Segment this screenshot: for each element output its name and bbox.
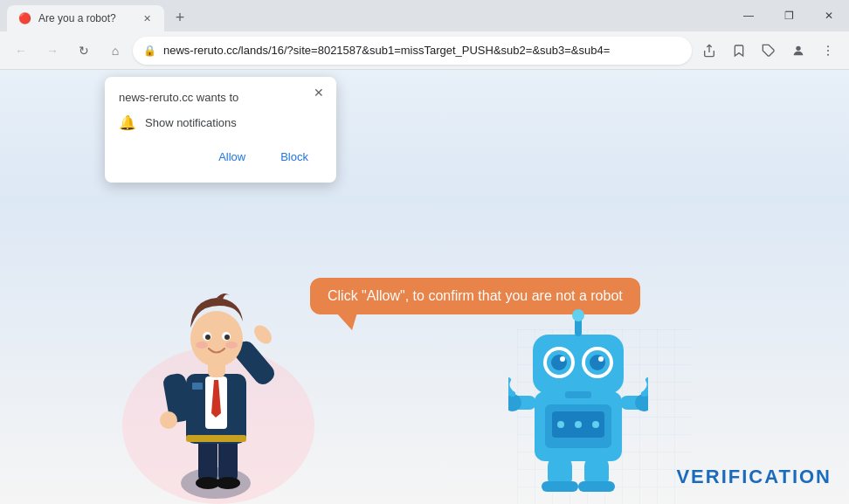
svg-point-4 [827,53,829,55]
svg-point-18 [190,311,243,367]
maximize-button[interactable]: ❐ [769,0,809,31]
svg-rect-53 [578,481,615,492]
notification-label: Show notifications [145,116,237,129]
svg-point-9 [216,477,240,489]
svg-point-36 [572,309,584,321]
svg-point-44 [598,356,604,362]
svg-point-42 [590,355,605,370]
robot-figure [508,308,648,495]
verification-text: VERIFICATION [676,466,832,488]
tab-close-button[interactable]: ✕ [140,11,154,25]
svg-point-33 [592,421,599,428]
svg-point-43 [560,356,565,362]
svg-point-31 [557,421,564,428]
share-button[interactable] [695,37,723,65]
person-figure [153,273,280,504]
svg-point-21 [205,335,211,340]
svg-point-2 [827,45,829,47]
menu-button[interactable] [814,37,842,65]
svg-point-1 [796,45,800,50]
url-text: news-reruto.cc/lands/16/?site=8021587&su… [163,44,681,57]
svg-rect-52 [542,481,578,492]
window-controls: — ❐ ✕ [728,0,849,31]
bell-icon: 🔔 [119,114,136,131]
svg-point-22 [224,335,230,340]
tab-strip: 🔴 Are you a robot? ✕ + [7,0,192,31]
svg-point-41 [551,355,567,370]
home-button[interactable]: ⌂ [101,37,129,65]
popup-close-button[interactable]: ✕ [310,84,328,101]
svg-rect-45 [565,391,591,398]
extensions-button[interactable] [755,37,783,65]
block-button[interactable]: Block [266,145,322,169]
title-bar: 🔴 Are you a robot? ✕ + — ❐ ✕ [0,0,849,31]
svg-point-3 [827,50,829,52]
svg-point-24 [225,342,238,349]
bookmark-button[interactable] [725,37,753,65]
lock-icon: 🔒 [143,45,156,57]
svg-point-15 [251,322,275,348]
nav-icons-right [695,37,842,65]
popup-buttons: Allow Block [119,145,322,169]
address-bar[interactable]: 🔒 news-reruto.cc/lands/16/?site=8021587&… [133,37,692,65]
nav-bar: ← → ↻ ⌂ 🔒 news-reruto.cc/lands/16/?site=… [0,31,849,70]
svg-rect-25 [186,435,246,442]
active-tab[interactable]: 🔴 Are you a robot? ✕ [7,5,164,31]
svg-point-23 [196,342,208,349]
popup-row: 🔔 Show notifications [119,114,322,131]
svg-point-32 [575,421,582,428]
back-button[interactable]: ← [7,37,35,65]
page-content: ✕ news-reruto.cc wants to 🔔 Show notific… [0,70,849,504]
svg-rect-26 [192,383,203,390]
allow-button[interactable]: Allow [204,145,259,169]
profile-button[interactable] [784,37,812,65]
forward-button[interactable]: → [38,37,66,65]
chrome-frame: 🔴 Are you a robot? ✕ + — ❐ ✕ ← → ↻ ⌂ 🔒 n… [0,0,849,504]
refresh-button[interactable]: ↻ [70,37,98,65]
minimize-button[interactable]: — [728,0,769,31]
tab-favicon: 🔴 [17,11,31,25]
notification-popup: ✕ news-reruto.cc wants to 🔔 Show notific… [105,77,336,183]
popup-header: news-reruto.cc wants to [119,91,322,104]
close-button[interactable]: ✕ [809,0,849,31]
new-tab-button[interactable]: + [168,5,192,30]
tab-title: Are you a robot? [38,12,133,24]
svg-point-16 [160,411,177,429]
